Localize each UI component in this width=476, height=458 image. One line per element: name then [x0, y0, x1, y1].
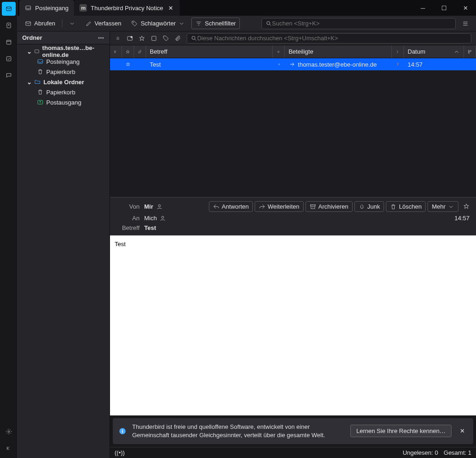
attachment-filter-icon[interactable]: [175, 35, 181, 42]
get-messages-dropdown[interactable]: [65, 19, 79, 29]
activity-indicator-icon[interactable]: ((•)): [115, 449, 125, 456]
reply-button[interactable]: Antworten: [209, 201, 253, 212]
to-label: An: [116, 215, 140, 222]
compose-button[interactable]: Verfassen: [82, 18, 125, 29]
svg-point-5: [8, 431, 10, 433]
folder-outbox[interactable]: Postausgang: [18, 97, 110, 107]
tab-inbox-label: Posteingang: [35, 5, 68, 12]
pin-icon[interactable]: [115, 35, 121, 42]
svg-point-8: [133, 22, 134, 23]
spaces-address-book-icon[interactable]: [2, 19, 16, 32]
col-star[interactable]: [122, 45, 134, 58]
window-maximize-button[interactable]: ☐: [433, 0, 455, 16]
sort-asc-icon: [453, 49, 460, 55]
svg-point-14: [131, 36, 133, 38]
archive-button[interactable]: Archivieren: [305, 201, 353, 212]
star-filter-icon[interactable]: [139, 35, 145, 42]
contact-icon[interactable]: [156, 204, 163, 210]
unread-filter-icon[interactable]: [127, 35, 133, 42]
spaces-mail-icon[interactable]: [2, 2, 16, 16]
spaces-collapse-icon[interactable]: [2, 441, 16, 455]
appmenu-button[interactable]: [458, 19, 472, 29]
message-time: 14:57: [408, 61, 423, 68]
local-folders-item[interactable]: ⌄ Lokale Ordner: [18, 77, 110, 87]
notification-bar: i Thunderbird ist freie und quelloffene …: [113, 418, 473, 444]
chevron-down-icon: [178, 20, 185, 27]
tab-inbox[interactable]: Posteingang: [19, 0, 74, 16]
get-messages-button[interactable]: Abrufen: [21, 18, 59, 29]
spaces-chat-icon[interactable]: [2, 68, 16, 82]
star-icon[interactable]: [463, 203, 470, 210]
global-search-input[interactable]: [272, 20, 452, 27]
col-subject[interactable]: Betreff: [146, 45, 273, 58]
col-read[interactable]: [273, 45, 285, 58]
message-pane: Betreff Beteiligte Datum Test thomas.tes…: [110, 31, 476, 458]
message-search-input[interactable]: [197, 35, 467, 42]
svg-point-16: [192, 36, 195, 39]
spaces-calendar-icon[interactable]: [2, 35, 16, 49]
forward-icon: [259, 204, 265, 210]
message-search[interactable]: [187, 33, 471, 43]
col-picker[interactable]: [464, 45, 476, 58]
global-search[interactable]: [262, 18, 456, 29]
folder-icon: [34, 79, 41, 85]
quickfilter-button[interactable]: Schnellfilter: [191, 18, 240, 29]
archive-icon: [310, 204, 316, 210]
contact-icon[interactable]: [159, 215, 166, 222]
col-thread[interactable]: [110, 45, 122, 58]
chevron-down-icon[interactable]: ⌄: [27, 79, 31, 86]
svg-rect-3: [6, 40, 11, 44]
chevron-down-icon[interactable]: ⌄: [27, 48, 31, 55]
svg-rect-4: [6, 56, 11, 61]
notification-action-button[interactable]: Lernen Sie Ihre Rechte kennen…: [350, 425, 452, 437]
folder-local-trash[interactable]: Papierkorb: [18, 87, 110, 97]
spaces-settings-icon[interactable]: [2, 425, 16, 439]
search-icon: [266, 20, 272, 27]
tag-filter-icon[interactable]: [163, 35, 169, 42]
envelope-icon: [25, 20, 31, 27]
trash-icon: [390, 204, 397, 210]
from-value[interactable]: Mir: [144, 203, 153, 210]
window-minimize-button[interactable]: ─: [412, 0, 433, 16]
junk-icon[interactable]: [392, 58, 404, 70]
message-body[interactable]: Test: [110, 235, 476, 415]
quickfilter-bar: [110, 31, 476, 45]
read-status-icon[interactable]: [273, 58, 285, 70]
more-button[interactable]: Mehr: [427, 201, 458, 212]
tab-privacy[interactable]: m Thunderbird Privacy Notice ✕: [74, 0, 180, 16]
folder-trash[interactable]: Papierkorb: [18, 67, 110, 77]
svg-rect-10: [35, 50, 39, 53]
folder-pane-title: Ordner: [22, 34, 42, 41]
subject-value: Test: [144, 224, 156, 231]
col-date[interactable]: Datum: [404, 45, 464, 58]
account-item[interactable]: ⌄ thomas.teste…be-online.de: [18, 46, 110, 56]
delete-button[interactable]: Löschen: [386, 201, 426, 212]
svg-rect-6: [26, 6, 31, 10]
tag-icon: [131, 20, 138, 27]
star-icon[interactable]: [122, 58, 134, 70]
svg-point-24: [162, 216, 164, 218]
window-close-button[interactable]: ✕: [455, 0, 476, 16]
message-subject: Test: [150, 61, 161, 68]
svg-rect-11: [38, 60, 43, 63]
chevron-down-icon: [448, 204, 454, 210]
close-icon[interactable]: ✕: [167, 5, 174, 12]
from-label: Von: [116, 203, 140, 210]
contact-filter-icon[interactable]: [151, 35, 157, 42]
folder-options-button[interactable]: ⋯: [98, 34, 105, 41]
pencil-icon: [85, 20, 92, 27]
message-row[interactable]: Test thomas.tester@ebe-online.de 14:57: [110, 58, 476, 70]
junk-button[interactable]: Junk: [354, 201, 384, 212]
col-junk[interactable]: [392, 45, 404, 58]
to-value[interactable]: Mich: [144, 215, 157, 222]
tags-button[interactable]: Schlagwörter: [128, 18, 189, 29]
notification-close-button[interactable]: ✕: [457, 427, 468, 434]
spaces-tasks-icon[interactable]: [2, 52, 16, 66]
forward-button[interactable]: Weiterleiten: [255, 201, 303, 212]
trash-icon: [37, 68, 43, 75]
tab-privacy-label: Thunderbird Privacy Notice: [91, 5, 163, 12]
status-unread: Ungelesen: 0: [403, 449, 438, 456]
col-attachment[interactable]: [134, 45, 146, 58]
outbox-icon: [37, 99, 43, 105]
col-participants[interactable]: Beteiligte: [285, 45, 392, 58]
